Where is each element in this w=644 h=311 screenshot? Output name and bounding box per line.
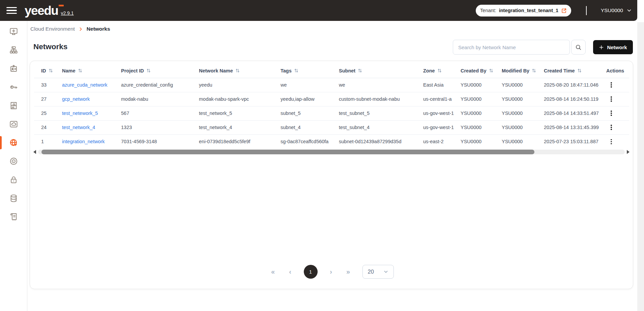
sidebar-item-catalog[interactable]	[0, 189, 27, 208]
column-header-modified-by[interactable]: Modified By	[502, 68, 536, 73]
cell-tags: sg-0ac87ceaffcd560fa	[278, 134, 336, 149]
user-menu[interactable]: YSU0000	[601, 7, 632, 13]
lock-icon	[9, 175, 18, 184]
column-header-created-time[interactable]: Created Time	[544, 68, 582, 73]
monitor-plus-icon	[9, 27, 18, 36]
sidebar-item-audit-logs[interactable]	[0, 208, 27, 226]
user-id-label: YSU0000	[601, 7, 623, 13]
search-button[interactable]	[571, 40, 586, 55]
sidebar-item-machine-images[interactable]	[0, 152, 27, 170]
network-name-link[interactable]: test_netework_5	[62, 111, 98, 116]
cell-modified-by: YSU0000	[499, 134, 541, 149]
column-header-actions: Actions	[606, 68, 624, 73]
cell-network-name: yeedu	[196, 78, 278, 92]
cell-network-name: test_network_4	[196, 120, 278, 134]
sidebar-item-credentials[interactable]	[0, 59, 27, 78]
cell-tags: yeedu,iap-allow	[278, 92, 336, 106]
networks-table-card: ID Name Project ID Network Name Tags Sub…	[30, 61, 633, 289]
sidebar-item-security[interactable]	[0, 170, 27, 189]
column-header-subnet[interactable]: Subnet	[339, 68, 362, 73]
cell-modified-by: YSU0000	[499, 92, 541, 106]
app-logo[interactable]: yeedu v2.9.1	[25, 4, 74, 17]
scrollbar-track[interactable]	[38, 150, 625, 154]
cell-project-id: 567	[118, 106, 196, 120]
row-actions-kebab-icon[interactable]	[609, 123, 614, 131]
breadcrumb-cloud-environment[interactable]: Cloud Environment	[30, 26, 75, 32]
shelf-icon	[9, 101, 18, 110]
sidebar-item-cloud-environment[interactable]	[0, 115, 27, 133]
sidebar-item-clusters[interactable]	[0, 41, 27, 59]
pagination-current-page[interactable]: 1	[304, 265, 318, 279]
cell-id: 1	[34, 134, 59, 149]
cell-network-name: eni-0739d18edd5c5fe9f	[196, 134, 278, 149]
cell-project-id: 1323	[118, 120, 196, 134]
main-content: Cloud Environment Networks Networks Netw…	[27, 21, 637, 311]
cell-tags: we	[278, 78, 336, 92]
row-actions-kebab-icon[interactable]	[609, 95, 614, 103]
table-header-row: ID Name Project ID Network Name Tags Sub…	[34, 65, 629, 78]
cell-id: 33	[34, 78, 59, 92]
external-link-icon[interactable]	[561, 8, 567, 13]
network-name-link[interactable]: test_network_4	[62, 125, 95, 130]
column-header-zone[interactable]: Zone	[423, 68, 442, 73]
cell-created-by: YSU0000	[458, 92, 499, 106]
tenant-label: Tenant:	[480, 8, 496, 13]
cell-project-id: modak-nabu	[118, 92, 196, 106]
pagination: « ‹ 1 › » 20	[30, 265, 633, 279]
network-name-link[interactable]: gcp_network	[62, 96, 90, 102]
column-header-id[interactable]: ID	[41, 68, 53, 73]
page-size-select[interactable]: 20	[362, 265, 394, 279]
cell-tags: subnet_4	[278, 120, 336, 134]
pagination-prev-button[interactable]: ‹	[287, 268, 294, 276]
pagination-next-button[interactable]: ›	[327, 268, 335, 276]
row-actions-kebab-icon[interactable]	[609, 109, 614, 117]
cell-subnet: test_subnet_5	[336, 106, 420, 120]
cell-created-time: 2025-08-20 18:47:11.046	[541, 78, 599, 92]
network-name-link[interactable]: azure_cuda_network	[62, 82, 108, 88]
page-scrollbar-strip[interactable]	[637, 22, 644, 311]
hamburger-menu-icon[interactable]	[6, 5, 17, 16]
cell-zone: us-gov-west-1	[420, 106, 458, 120]
column-header-tags[interactable]: Tags	[281, 68, 299, 73]
cell-network-name: test_network_5	[196, 106, 278, 120]
row-actions-kebab-icon[interactable]	[609, 138, 614, 146]
pagination-last-button[interactable]: »	[345, 268, 352, 276]
sort-icon	[357, 68, 362, 73]
cell-project-id: 7031-4569-3148	[118, 134, 196, 149]
active-indicator-bar	[0, 136, 2, 149]
sidebar-item-object-storage[interactable]	[0, 96, 27, 115]
database-icon	[9, 194, 18, 203]
cell-created-time: 2025-08-14 13:31:45.399	[541, 120, 599, 134]
cell-subnet: we	[336, 78, 420, 92]
row-actions-kebab-icon[interactable]	[609, 81, 614, 89]
add-network-button[interactable]: Network	[593, 40, 633, 54]
table-row: 1 integration_network 7031-4569-3148 eni…	[34, 134, 629, 149]
version-link[interactable]: v2.9.1	[61, 10, 74, 16]
sidebar-item-networks[interactable]	[0, 133, 27, 152]
search-input[interactable]	[453, 40, 570, 55]
logo-macron-bar	[59, 5, 64, 6]
sort-icon	[235, 68, 240, 73]
sort-icon	[577, 68, 582, 73]
scrollbar-thumb[interactable]	[41, 150, 534, 154]
column-header-project-id[interactable]: Project ID	[121, 68, 151, 73]
column-header-network-name[interactable]: Network Name	[199, 68, 240, 73]
cell-created-by: YSU0000	[458, 106, 499, 120]
sort-icon	[489, 68, 494, 73]
sidebar-item-secrets[interactable]	[0, 78, 27, 96]
column-header-created-by[interactable]: Created By	[461, 68, 494, 73]
page-title: Networks	[33, 42, 67, 51]
scroll-left-arrow-icon[interactable]	[33, 150, 36, 154]
pagination-first-button[interactable]: «	[269, 268, 277, 276]
top-header-bar: yeedu v2.9.1 Tenant: integration_test_te…	[0, 0, 637, 21]
sidebar-item-workspace[interactable]	[0, 22, 27, 41]
id-card-icon	[9, 64, 18, 73]
column-header-name[interactable]: Name	[62, 68, 83, 73]
cell-zone: East Asia	[420, 78, 458, 92]
cell-modified-by: YSU0000	[499, 120, 541, 134]
tenant-pill[interactable]: Tenant: integration_test_tenant_1	[476, 5, 571, 17]
scroll-right-arrow-icon[interactable]	[627, 150, 630, 154]
sort-icon	[531, 68, 536, 73]
network-name-link[interactable]: integration_network	[62, 139, 105, 144]
networks-table: ID Name Project ID Network Name Tags Sub…	[34, 65, 629, 149]
